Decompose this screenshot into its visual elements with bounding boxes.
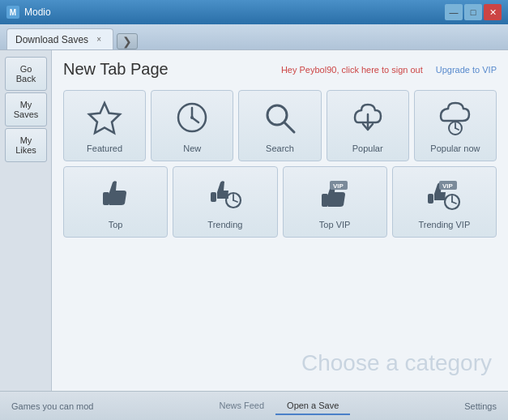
svg-rect-19 xyxy=(428,194,433,204)
tab-label: Download Saves xyxy=(15,34,88,45)
new-label: New xyxy=(183,144,201,153)
tab-news-feed[interactable]: News Feed xyxy=(207,397,275,415)
category-popular-now[interactable]: Popular now xyxy=(414,90,497,161)
settings-link[interactable]: Settings xyxy=(464,401,497,411)
main-content: GoBack MySaves MyLikes New Tab Page Hey … xyxy=(0,50,508,391)
svg-rect-12 xyxy=(211,192,216,202)
svg-rect-11 xyxy=(103,192,109,205)
thumbs-vip-icon: VIP xyxy=(317,176,352,216)
upgrade-link[interactable]: Upgrade to VIP xyxy=(436,65,497,75)
tab-close-button[interactable]: × xyxy=(93,34,105,45)
page-title: New Tab Page xyxy=(63,60,169,79)
go-back-button[interactable]: GoBack xyxy=(5,57,47,91)
search-label: Search xyxy=(266,144,294,153)
cloud-down-icon xyxy=(350,100,386,140)
svg-marker-0 xyxy=(89,103,120,133)
content-area: New Tab Page Hey Peybol90, click here to… xyxy=(52,50,508,391)
svg-line-22 xyxy=(452,202,456,204)
header-right: Hey Peybol90, click here to sign out Upg… xyxy=(281,65,497,75)
app-name: Modio xyxy=(24,6,51,18)
games-link[interactable]: Games you can mod xyxy=(11,401,94,411)
category-grid-row1: Featured New xyxy=(63,90,497,161)
download-saves-tab[interactable]: Download Saves × xyxy=(6,28,113,49)
title-bar-left: M Modio xyxy=(6,6,51,19)
svg-rect-16 xyxy=(322,194,328,207)
svg-line-15 xyxy=(233,200,237,202)
thumbs-up-icon xyxy=(98,176,134,216)
sign-out-link[interactable]: Hey Peybol90, click here to sign out xyxy=(281,65,423,75)
minimize-button[interactable]: — xyxy=(445,4,463,20)
window-controls: — □ ✕ xyxy=(445,4,502,20)
category-trending-vip[interactable]: VIP Trending VIP xyxy=(392,166,497,238)
watermark-text: Choose a category xyxy=(301,350,492,376)
top-label: Top xyxy=(109,220,123,229)
svg-line-6 xyxy=(284,122,294,132)
popular-now-label: Popular now xyxy=(430,144,480,153)
svg-line-10 xyxy=(455,128,459,130)
close-button[interactable]: ✕ xyxy=(484,4,502,20)
page-header: New Tab Page Hey Peybol90, click here to… xyxy=(63,60,497,79)
tab-open-a-save[interactable]: Open a Save xyxy=(275,397,350,415)
svg-text:VIP: VIP xyxy=(442,182,454,190)
new-tab-button[interactable]: ❯ xyxy=(117,33,138,49)
svg-point-4 xyxy=(190,116,194,119)
clock-icon xyxy=(174,100,210,140)
my-likes-button[interactable]: MyLikes xyxy=(5,128,47,162)
sidebar: GoBack MySaves MyLikes xyxy=(0,50,52,391)
thumbs-clock-vip-icon: VIP xyxy=(426,176,462,216)
tab-bar: Download Saves × ❯ xyxy=(0,24,508,50)
title-bar: M Modio — □ ✕ xyxy=(0,0,508,24)
bottom-tabs: News Feed Open a Save xyxy=(207,397,350,415)
app-icon: M xyxy=(6,6,19,19)
bottom-bar: Games you can mod News Feed Open a Save … xyxy=(0,391,508,420)
popular-label: Popular xyxy=(352,144,383,153)
star-icon xyxy=(87,100,122,140)
svg-text:VIP: VIP xyxy=(333,182,344,190)
search-icon xyxy=(262,100,297,140)
maximize-button[interactable]: □ xyxy=(464,4,482,20)
thumbs-clock-icon xyxy=(207,176,243,216)
category-new[interactable]: New xyxy=(151,90,233,161)
category-popular[interactable]: Popular xyxy=(327,90,409,161)
my-saves-button[interactable]: MySaves xyxy=(5,92,47,126)
cloud-clock-icon xyxy=(438,100,473,140)
trending-vip-label: Trending VIP xyxy=(418,220,470,229)
category-search[interactable]: Search xyxy=(238,90,321,161)
featured-label: Featured xyxy=(87,144,122,153)
category-trending[interactable]: Trending xyxy=(173,166,277,238)
category-top[interactable]: Top xyxy=(63,166,168,238)
trending-label: Trending xyxy=(207,220,242,229)
top-vip-label: Top VIP xyxy=(319,220,351,229)
category-top-vip[interactable]: VIP Top VIP xyxy=(283,166,387,238)
category-featured[interactable]: Featured xyxy=(63,90,146,161)
category-grid-row2: Top Trending xyxy=(63,166,497,238)
